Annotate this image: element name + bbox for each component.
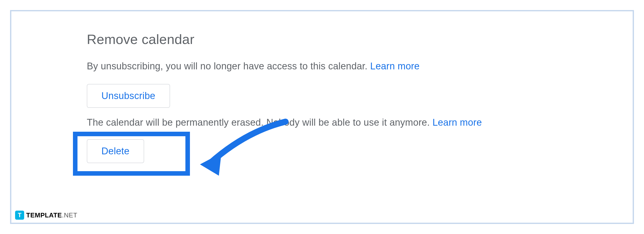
watermark-text: TEMPLATE.NET (26, 211, 77, 219)
watermark-logo-icon: T (15, 211, 24, 220)
section-title: Remove calendar (87, 31, 572, 47)
learn-more-link-delete[interactable]: Learn more (432, 117, 482, 128)
watermark: T TEMPLATE.NET (15, 211, 77, 220)
watermark-bold: TEMPLATE (26, 211, 62, 219)
unsubscribe-button[interactable]: Unsubscribe (87, 84, 170, 108)
unsubscribe-text: By unsubscribing, you will no longer hav… (87, 61, 370, 71)
delete-description: The calendar will be permanently erased.… (87, 115, 572, 130)
content-area: Remove calendar By unsubscribing, you wi… (21, 21, 623, 173)
learn-more-link-unsubscribe[interactable]: Learn more (370, 61, 420, 71)
watermark-light: .NET (62, 211, 77, 219)
tutorial-frame: Remove calendar By unsubscribing, you wi… (10, 10, 634, 224)
delete-text: The calendar will be permanently erased.… (87, 117, 432, 128)
delete-button[interactable]: Delete (87, 139, 144, 163)
delete-highlight-wrapper: Delete (77, 139, 144, 163)
unsubscribe-description: By unsubscribing, you will no longer hav… (87, 59, 572, 73)
